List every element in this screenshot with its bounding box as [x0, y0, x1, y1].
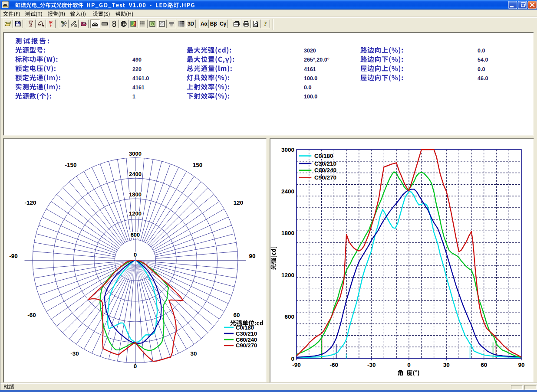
- svg-text:-30: -30: [70, 350, 79, 357]
- svg-text:-30: -30: [367, 362, 376, 368]
- svg-text:1200: 1200: [281, 272, 294, 278]
- svg-text:0: 0: [291, 356, 294, 362]
- svg-text:-150: -150: [65, 162, 76, 168]
- svg-text:?: ?: [264, 20, 267, 27]
- svg-text:2400: 2400: [281, 188, 294, 195]
- svg-text:60: 60: [481, 362, 487, 368]
- svg-text:30: 30: [190, 350, 197, 357]
- svg-text:3000: 3000: [129, 150, 142, 157]
- svg-text:2400: 2400: [129, 171, 142, 177]
- svg-text:600: 600: [284, 314, 294, 320]
- svg-text:0: 0: [134, 363, 137, 369]
- svg-text:150: 150: [193, 162, 203, 168]
- svg-text:C90/270: C90/270: [314, 174, 336, 181]
- svg-text:C30/210: C30/210: [236, 330, 257, 337]
- svg-text:-60: -60: [330, 362, 339, 368]
- svg-text:C0/180: C0/180: [236, 324, 254, 331]
- svg-text:30: 30: [443, 362, 450, 368]
- svg-text:0: 0: [407, 362, 411, 368]
- svg-text:1800: 1800: [281, 230, 294, 236]
- svg-text:90: 90: [518, 362, 524, 368]
- svg-text:-120: -120: [24, 199, 36, 206]
- svg-text:C60/240: C60/240: [236, 336, 257, 343]
- svg-text:1200: 1200: [129, 210, 142, 217]
- svg-text:-90: -90: [9, 253, 18, 259]
- svg-text:-60: -60: [27, 312, 36, 318]
- svg-text:60: 60: [233, 312, 240, 318]
- svg-text:3000: 3000: [281, 147, 294, 153]
- svg-text:C0/180: C0/180: [314, 153, 333, 159]
- svg-text:600: 600: [131, 232, 140, 238]
- svg-text:-90: -90: [292, 362, 301, 368]
- svg-text:C90/270: C90/270: [236, 342, 257, 349]
- svg-text:120: 120: [234, 199, 244, 206]
- svg-text:C60/240: C60/240: [314, 167, 336, 173]
- svg-text:C30/210: C30/210: [314, 160, 336, 167]
- svg-text:1800: 1800: [129, 191, 142, 198]
- svg-text:90: 90: [249, 253, 255, 259]
- svg-text:0: 0: [134, 252, 137, 258]
